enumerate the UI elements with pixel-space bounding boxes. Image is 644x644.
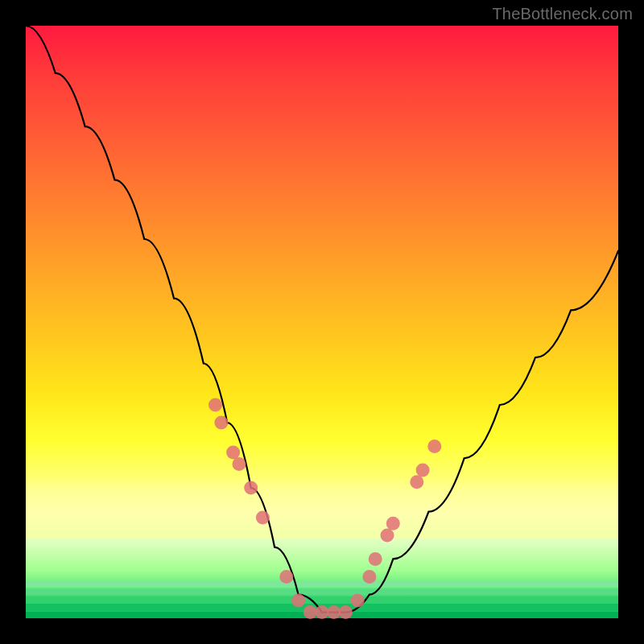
marker-dot xyxy=(362,570,376,584)
curve-svg xyxy=(26,26,618,618)
marker-dot xyxy=(214,416,228,430)
marker-dot xyxy=(369,552,382,566)
marker-dot xyxy=(256,510,270,524)
marker-dot xyxy=(316,605,329,619)
marker-dot xyxy=(351,593,365,607)
marker-dot xyxy=(427,440,441,453)
marker-dot xyxy=(381,529,394,543)
marker-dot xyxy=(233,457,246,471)
bottleneck-curve xyxy=(26,26,618,613)
marker-dot xyxy=(291,593,305,607)
marker-dot xyxy=(226,445,240,459)
marker-dot xyxy=(339,605,353,619)
marker-dot xyxy=(279,570,293,584)
marker-dot xyxy=(327,605,341,619)
marker-dot xyxy=(303,605,317,619)
marker-dot xyxy=(208,398,222,412)
watermark-text: TheBottleneck.com xyxy=(492,5,633,23)
marker-dot xyxy=(410,475,423,489)
marker-group xyxy=(208,398,441,620)
marker-dot xyxy=(416,464,430,477)
marker-dot xyxy=(244,481,258,495)
chart-frame: TheBottleneck.com xyxy=(0,0,644,644)
plot-area xyxy=(26,26,618,618)
marker-dot xyxy=(386,517,400,530)
